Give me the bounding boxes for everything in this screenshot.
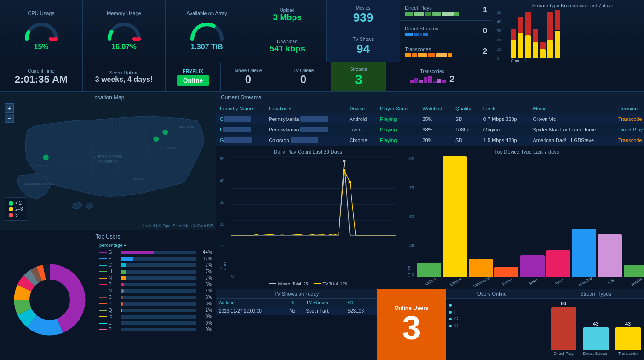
table-row: Chrome <box>345 135 376 146</box>
table-row: Tizen <box>345 125 376 135</box>
stream-type-bar-group: 80 Direct Play <box>547 301 580 356</box>
stream-types-section: Stream Types 80 Direct Play 43 Direct St… <box>538 289 644 360</box>
uptime-block: Server Uptime 3 weeks, 4 days! <box>83 62 166 91</box>
device-bar: Tizen <box>546 156 570 277</box>
movies-legend: Movies Total: 25 <box>278 281 308 286</box>
status-row: Current Time 2:01:35 AM Server Uptime 3 … <box>0 62 644 92</box>
table-row: SD <box>452 114 480 125</box>
table-row: 20% <box>419 135 452 146</box>
user-row: Li 7% <box>99 269 212 274</box>
user-row: N 4% <box>99 288 212 293</box>
direct-block: Direct Plays 1 Direct Streams <box>400 0 492 62</box>
th-device: Device <box>345 103 376 114</box>
svg-text:NEW YORK: NEW YORK <box>179 126 194 128</box>
svg-point-27 <box>29 280 70 320</box>
tv-th-dl: DL <box>287 299 303 307</box>
stream-type-bar-group: 43 Transcode <box>612 321 644 356</box>
user-row: C 3% <box>99 295 212 300</box>
map-zoom-in[interactable]: + <box>5 103 14 113</box>
svg-point-36 <box>343 160 345 162</box>
transcodes-middle-block: Transcodes 2 <box>386 62 478 91</box>
movies-value: 939 <box>353 11 373 25</box>
table-row: GXXXXXXX <box>216 135 265 146</box>
download-value: 541 kbps <box>270 44 305 54</box>
daily-play-title: Daily Play Count Last 30 Days <box>220 149 396 154</box>
map-legend: < 2 2–3 3+ <box>5 197 27 221</box>
device-bar: Chromecast <box>469 156 493 277</box>
map-credit: Leaflet | © OpenStreetMap © CartoDB <box>143 223 213 228</box>
table-row: Pennsylvania XXXXXXXX <box>265 125 345 135</box>
user-row: Ic 0% <box>99 314 212 319</box>
users-online-row: . <box>449 302 535 309</box>
user-row: B 5% <box>99 282 212 287</box>
current-time-value: 2:01:35 AM <box>15 74 68 86</box>
daily-play-section: Daily Play Count Last 30 Days 5040302010… <box>216 146 400 289</box>
user-row: C 7% <box>99 263 212 268</box>
current-streams-title: Current Streams <box>216 92 644 103</box>
table-row: FXXXXXXX <box>216 125 265 135</box>
table-row: Original <box>480 125 529 135</box>
map-svg: UNITED STATES OF AMERICA MEXICO NEW YORK… <box>0 92 216 230</box>
device-bar: Roku <box>520 156 544 277</box>
tv-table: Air time DL TV Show S/E 2019-11-27 22:00… <box>216 299 377 315</box>
th-location[interactable]: Location <box>265 103 345 114</box>
table-row: 2019-11-27 22:00:00 <box>216 307 287 315</box>
top-users-section: Top Users <box>0 230 216 360</box>
top-users-title: Top Users <box>4 234 212 240</box>
user-row: E 0% <box>99 320 212 326</box>
table-row: Playing <box>376 125 419 135</box>
users-online-row: G <box>449 315 535 322</box>
percentage-sort[interactable]: percentage ▾ <box>99 243 212 248</box>
table-row: Android <box>345 114 376 125</box>
user-row: G 44% <box>99 250 212 255</box>
table-row: Transcode <box>615 135 644 146</box>
users-online-row: F <box>449 309 535 315</box>
streams-table: Friendly Name Location Device Player Sta… <box>216 103 644 146</box>
movies-tv-block: Movies 939 TV Shows 94 <box>327 0 400 62</box>
table-row: S23E08 <box>345 307 377 315</box>
transcodes-middle-label: Transcodes <box>420 69 444 74</box>
device-bar: webOS <box>624 156 644 277</box>
transcodes-header-value: 2 <box>483 47 487 56</box>
user-row: F 17% <box>99 256 212 261</box>
server-status-block: FRYFLIX Online <box>166 62 221 91</box>
direct-plays-label: Direct Plays <box>405 5 459 11</box>
th-watched: Watched <box>419 103 452 114</box>
cpu-value: 15% <box>34 43 48 51</box>
cpu-gauge-block: CPU Usage 15% <box>0 0 83 62</box>
users-online-row: C <box>449 322 535 329</box>
device-type-section: Top Device Type Last 7 days 1007550250 C… <box>400 146 644 289</box>
table-row: 68% <box>419 125 452 135</box>
movie-queue-block: Movie Queue 0 <box>221 62 276 91</box>
table-row: 0.7 Mbps 328p <box>480 114 529 125</box>
th-player-state: Player State <box>376 103 419 114</box>
table-row: Playing <box>376 114 419 125</box>
table-row: Crown Vic <box>529 114 615 125</box>
user-row: Q 2% <box>99 308 212 313</box>
streams-label: Streams <box>350 67 367 72</box>
th-friendly-name: Friendly Name <box>216 103 265 114</box>
users-online-section: Users Online . F G C <box>446 289 538 360</box>
charts-row: Daily Play Count Last 30 Days 5040302010… <box>216 146 644 289</box>
table-row: CXXXXXXX <box>216 114 265 125</box>
upload-download-block: Upload 3 Mbps Download 541 kbps <box>248 0 327 62</box>
stream-type-bar-group: 43 Direct Stream <box>580 321 612 356</box>
upload-block: Upload 3 Mbps <box>248 0 326 31</box>
direct-plays-value: 1 <box>483 6 487 14</box>
transcodes-middle-value: 2 <box>449 74 454 85</box>
map-zoom-out[interactable]: − <box>5 114 14 123</box>
server-name: FRYFLIX <box>183 69 203 74</box>
user-row: N 7% <box>99 275 212 280</box>
th-limits: Limits <box>480 103 529 114</box>
tv-th-show[interactable]: TV Show <box>304 299 345 307</box>
memory-title: Memory Usage <box>107 11 141 16</box>
device-bar: Chrome <box>443 156 467 277</box>
svg-text:ALBUQUERQUE: ALBUQUERQUE <box>34 183 56 185</box>
download-label: Download <box>277 39 297 44</box>
table-row: 25% <box>419 114 452 125</box>
svg-text:OF AMERICA: OF AMERICA <box>98 160 118 163</box>
movies-stat: Movies 939 <box>327 0 400 31</box>
daily-play-legend: Movies Total: 25 TV Total: 128 <box>220 281 396 286</box>
table-row: South Park <box>304 307 345 315</box>
device-bar: IOS <box>598 156 622 277</box>
